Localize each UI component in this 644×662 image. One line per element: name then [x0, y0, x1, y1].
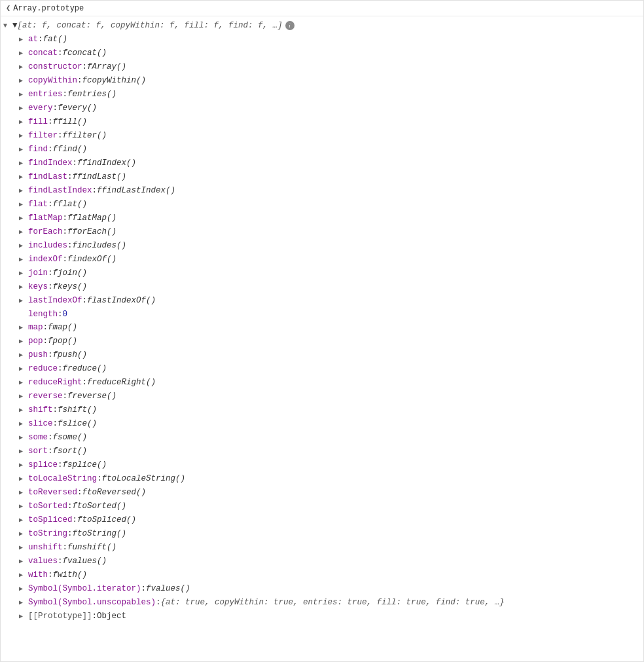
tree-item-28[interactable]: slice: f slice()	[1, 417, 643, 431]
tree-item-35[interactable]: toSpliced: f toSpliced()	[1, 513, 643, 527]
tree-item-34[interactable]: toSorted: f toSorted()	[1, 500, 643, 513]
tree-item-16[interactable]: indexOf: f indexOf()	[1, 253, 643, 267]
key-36: toString	[28, 528, 67, 540]
back-arrow-icon[interactable]: ❮	[6, 3, 10, 13]
tree-item-29[interactable]: some: f some()	[1, 431, 643, 445]
tree-items: at: f at()concat: f concat()constructor:…	[1, 33, 643, 623]
key-18: keys	[28, 281, 48, 293]
expand-arrow-1[interactable]	[19, 48, 28, 60]
tree-item-9[interactable]: findIndex: f findIndex()	[1, 156, 643, 170]
tree-item-8[interactable]: find: f find()	[1, 143, 643, 156]
tree-item-38[interactable]: values: f values()	[1, 555, 643, 568]
expand-arrow-3[interactable]	[19, 75, 28, 87]
expand-arrow-23[interactable]	[19, 350, 28, 361]
tree-item-12[interactable]: flat: f flat()	[1, 198, 643, 211]
expand-arrow-36[interactable]	[19, 528, 28, 540]
tree-item-7[interactable]: filter: f filter()	[1, 129, 643, 143]
key-33: toReversed	[28, 487, 77, 498]
expand-arrow-17[interactable]	[19, 268, 28, 280]
tree-item-19[interactable]: lastIndexOf: f lastIndexOf()	[1, 294, 643, 308]
tree-item-22[interactable]: pop: f pop()	[1, 335, 643, 348]
expand-arrow-10[interactable]	[19, 172, 28, 183]
expand-arrow-26[interactable]	[19, 391, 28, 403]
tree-item-6[interactable]: fill: f fill()	[1, 115, 643, 129]
expand-arrow-35[interactable]	[19, 515, 28, 526]
expand-arrow-14[interactable]	[19, 227, 28, 238]
tree-item-5[interactable]: every: f every()	[1, 101, 643, 115]
tree-item-3[interactable]: copyWithin: f copyWithin()	[1, 74, 643, 88]
tree-item-20[interactable]: length: 0	[1, 308, 643, 321]
tree-item-30[interactable]: sort: f sort()	[1, 445, 643, 458]
expand-arrow-37[interactable]	[19, 542, 28, 554]
tree-item-17[interactable]: join: f join()	[1, 267, 643, 280]
tree-item-10[interactable]: findLast: f findLast()	[1, 170, 643, 184]
tree-item-31[interactable]: splice: f splice()	[1, 458, 643, 472]
key-19: lastIndexOf	[28, 295, 82, 306]
tree-item-36[interactable]: toString: f toString()	[1, 527, 643, 541]
expand-arrow-39[interactable]	[19, 570, 28, 581]
expand-arrow-34[interactable]	[19, 501, 28, 513]
expand-arrow-8[interactable]	[19, 144, 28, 156]
expand-arrow-16[interactable]	[19, 254, 28, 266]
tree-item-4[interactable]: entries: f entries()	[1, 88, 643, 101]
expand-arrow-5[interactable]	[19, 103, 28, 115]
tree-item-26[interactable]: reverse: f reverse()	[1, 390, 643, 403]
tree-item-42[interactable]: [[Prototype]]: Object	[1, 610, 643, 623]
tree-item-32[interactable]: toLocaleString: f toLocaleString()	[1, 472, 643, 486]
expand-arrow-15[interactable]	[19, 240, 28, 252]
expand-arrow-42[interactable]	[19, 611, 28, 623]
expand-arrow-7[interactable]	[19, 130, 28, 142]
key-8: find	[28, 143, 48, 155]
tree-item-27[interactable]: shift: f shift()	[1, 403, 643, 417]
expand-arrow-31[interactable]	[19, 460, 28, 471]
expand-arrow-12[interactable]	[19, 199, 28, 211]
expand-arrow-21[interactable]	[19, 322, 28, 334]
tree-item-23[interactable]: push: f push()	[1, 348, 643, 362]
expand-arrow-29[interactable]	[19, 432, 28, 444]
expand-arrow-38[interactable]	[19, 556, 28, 568]
expand-arrow-2[interactable]	[19, 62, 28, 73]
tree-item-39[interactable]: with: f with()	[1, 568, 643, 582]
expand-arrow-18[interactable]	[19, 282, 28, 293]
expand-arrow-25[interactable]	[19, 377, 28, 389]
tree-item-33[interactable]: toReversed: f toReversed()	[1, 486, 643, 500]
expand-arrow-30[interactable]	[19, 446, 28, 458]
tree-item-24[interactable]: reduce: f reduce()	[1, 362, 643, 376]
key-39: with	[28, 569, 48, 581]
expand-arrow-24[interactable]	[19, 363, 28, 375]
tree-item-21[interactable]: map: f map()	[1, 321, 643, 335]
tree-item-0[interactable]: at: f at()	[1, 33, 643, 46]
expand-arrow-6[interactable]	[19, 117, 28, 128]
tree-item-14[interactable]: forEach: f forEach()	[1, 225, 643, 239]
expand-arrow-28[interactable]	[19, 418, 28, 430]
expand-arrow-41[interactable]	[19, 597, 28, 609]
expand-arrow-19[interactable]	[19, 295, 28, 307]
tree-item-11[interactable]: findLastIndex: f findLastIndex()	[1, 184, 643, 198]
expand-arrow-22[interactable]	[19, 336, 28, 348]
tree-item-13[interactable]: flatMap: f flatMap()	[1, 211, 643, 225]
key-27: shift	[28, 404, 53, 416]
expand-arrow-13[interactable]	[19, 213, 28, 225]
info-icon[interactable]: i	[285, 21, 295, 30]
expand-arrow-root[interactable]	[3, 20, 12, 32]
key-9: findIndex	[28, 157, 73, 169]
tree-item-25[interactable]: reduceRight: f reduceRight()	[1, 376, 643, 390]
key-42: [[Prototype]]	[28, 610, 92, 622]
key-3: copyWithin	[28, 75, 77, 86]
tree-item-40[interactable]: Symbol(Symbol.iterator): f values()	[1, 582, 643, 596]
tree-item-37[interactable]: unshift: f unshift()	[1, 541, 643, 555]
expand-arrow-9[interactable]	[19, 158, 28, 170]
tree-item-2[interactable]: constructor: f Array()	[1, 60, 643, 74]
expand-arrow-32[interactable]	[19, 473, 28, 485]
expand-arrow-4[interactable]	[19, 89, 28, 101]
expand-arrow-40[interactable]	[19, 583, 28, 595]
expand-arrow-11[interactable]	[19, 185, 28, 197]
expand-arrow-0[interactable]	[19, 34, 28, 46]
expand-arrow-27[interactable]	[19, 405, 28, 416]
tree-root-row[interactable]: ▼ [at: f, concat: f, copyWithin: f, fill…	[1, 19, 643, 33]
tree-item-1[interactable]: concat: f concat()	[1, 46, 643, 60]
tree-item-41[interactable]: Symbol(Symbol.unscopables): {at: true, c…	[1, 596, 643, 610]
tree-item-18[interactable]: keys: f keys()	[1, 280, 643, 294]
tree-item-15[interactable]: includes: f includes()	[1, 239, 643, 253]
expand-arrow-33[interactable]	[19, 487, 28, 499]
